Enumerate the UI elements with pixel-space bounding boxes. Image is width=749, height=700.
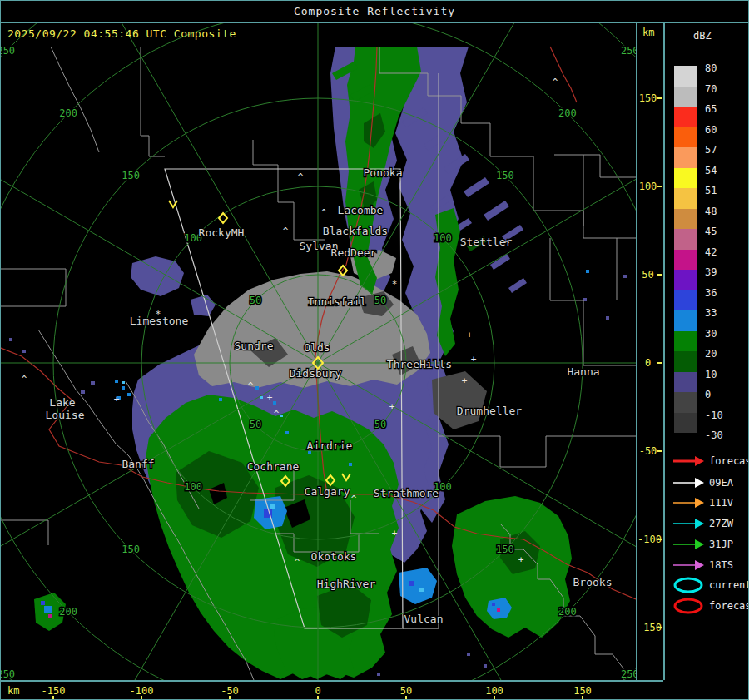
range-ring-label: 250 [1, 45, 15, 57]
radar-map: 5050505010010010010015015015015020020020… [1, 23, 637, 680]
colorbar-label: 20 [705, 348, 717, 360]
colorbar-band [674, 331, 697, 352]
timestamp: 2025/09/22 04:55:46 UTC Composite [7, 27, 236, 40]
range-ring-label: 50 [250, 419, 261, 430]
range-ring-label: 150 [122, 544, 140, 555]
range-ring-label: 150 [496, 544, 514, 555]
legend-item-label: forecast [709, 455, 749, 467]
range-ring-label: 200 [59, 606, 77, 618]
colorbar-unit: dBZ [693, 30, 712, 42]
town-caret-icon: ^ [274, 409, 280, 420]
legend-arrow-icon [672, 557, 705, 573]
right-axis-tick-label: 150 [637, 92, 658, 104]
city-label: HighRiver [317, 578, 376, 590]
legend-item: 18TS [672, 558, 733, 573]
range-ring-label: 200 [59, 107, 77, 119]
colorbar-band [674, 250, 697, 271]
colorbar-label: 36 [705, 287, 717, 299]
city-label: Airdrie [307, 439, 353, 452]
colorbar-band [674, 372, 697, 393]
right-axis-tick [657, 274, 662, 276]
town-caret-icon: ^ [351, 494, 357, 504]
bottom-axis-tick [494, 696, 495, 700]
bottom-axis-tick [405, 696, 407, 700]
right-axis-tick [657, 539, 662, 540]
colorbar-label: 54 [705, 165, 717, 176]
legend-item: 111V [672, 495, 733, 510]
city-label: Banff [122, 458, 154, 470]
city-label: ThreeHills [387, 358, 452, 370]
colorbar-label: 10 [705, 369, 717, 380]
bottom-axis-tick-label: -150 [42, 685, 66, 697]
right-axis-tick [657, 627, 662, 628]
town-plus-icon: + [389, 401, 395, 412]
right-axis-tick-label: -150 [637, 622, 658, 633]
right-axis-unit: km [642, 27, 654, 38]
colorbar-band [674, 147, 697, 168]
colorbar-label: -30 [705, 429, 723, 441]
range-ring-label: 200 [558, 107, 577, 119]
right-axis-tick [657, 97, 662, 99]
colorbar-label: 51 [705, 185, 717, 196]
city-label: Olds [304, 341, 330, 354]
colorbar-label: 70 [705, 83, 717, 95]
city-label: Didsbury [290, 367, 342, 380]
legend-item: forecast [672, 454, 749, 469]
town-caret-icon: ^ [295, 557, 300, 568]
town-plus-icon: + [114, 394, 120, 405]
town-plus-icon: + [518, 554, 524, 565]
colorbar-band [674, 413, 697, 434]
right-axis-tick-label: -50 [637, 445, 658, 457]
range-ring-label: 50 [374, 295, 386, 306]
town-caret-icon: ^ [553, 77, 558, 87]
colorbar-label: 30 [705, 328, 717, 340]
colorbar-label: 60 [705, 124, 717, 136]
range-ring-label: 250 [621, 668, 636, 680]
town-plus-icon: + [462, 375, 468, 386]
right-axis-tick-label: 50 [637, 269, 658, 280]
bottom-axis-tick [141, 696, 142, 700]
bottom-axis-tick [229, 696, 231, 700]
city-label: Blackfalds [323, 225, 388, 237]
town-caret-icon: ^ [504, 239, 510, 250]
city-label: Sundre [235, 340, 274, 352]
colorbar-label: 65 [705, 103, 717, 115]
range-ring-label: 250 [1, 668, 15, 680]
city-label: Ponoka [364, 166, 403, 179]
legend-item-label: 18TS [709, 559, 733, 571]
legend-item: 09EA [672, 475, 733, 490]
town-caret-icon: ^ [248, 380, 254, 391]
legend-arrow-icon [672, 453, 705, 469]
right-axis-tick-label: 100 [637, 181, 658, 192]
bottom-axis-tick [582, 696, 583, 700]
city-label: Brooks [573, 576, 613, 588]
colorbar-label: 0 [705, 389, 711, 400]
colorbar-band [674, 66, 697, 87]
bottom-axis-unit: km [7, 685, 19, 697]
bottom-axis-tick-label: 100 [485, 685, 503, 697]
bottom-axis-tick-label: -100 [130, 685, 154, 697]
city-label: Calgary [305, 485, 350, 498]
town-plus-icon: + [471, 354, 477, 365]
legend-item-label: 111V [709, 497, 733, 509]
bottom-axis-tick-label: 0 [315, 685, 320, 697]
colorbar-band [674, 209, 697, 230]
side-panel: dBZ 807065605754514845423936333020100-10… [665, 23, 748, 699]
bottom-axis: km -150-100-50050100150 [1, 680, 663, 700]
colorbar-band [674, 87, 697, 107]
town-star-icon: * [392, 279, 398, 290]
colorbar-label: 45 [705, 226, 717, 237]
right-axis-tick-label: -100 [637, 534, 658, 545]
colorbar-label: 39 [705, 266, 717, 278]
range-ring-label: 150 [496, 170, 514, 181]
range-ring-label: 50 [374, 419, 386, 430]
city-label: Lacombe [338, 204, 384, 216]
town-caret-icon: ^ [283, 226, 289, 236]
right-axis-tick-label: 0 [637, 357, 658, 369]
bottom-axis-tick-label: 50 [400, 685, 412, 697]
range-ring-label: 250 [621, 45, 636, 57]
city-label: RedDeer [331, 246, 377, 259]
town-plus-icon: + [392, 528, 398, 539]
town-plus-icon: + [267, 392, 273, 403]
colorbar-band [674, 229, 697, 250]
